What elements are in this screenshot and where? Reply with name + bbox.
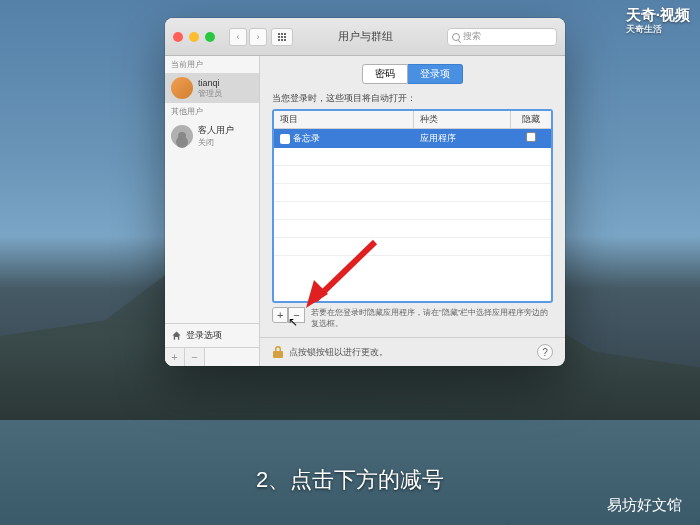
- close-button[interactable]: [173, 32, 183, 42]
- maximize-button[interactable]: [205, 32, 215, 42]
- login-options-button[interactable]: 登录选项: [165, 323, 259, 347]
- search-input[interactable]: 搜索: [447, 28, 557, 46]
- grid-icon: [278, 33, 286, 41]
- forward-button[interactable]: ›: [249, 28, 267, 46]
- main-panel: 密码 登录项 当您登录时，这些项目将自动打开： 项目 种类 隐藏 备忘录 应用程…: [260, 56, 565, 337]
- traffic-lights: [173, 32, 215, 42]
- show-all-button[interactable]: [271, 28, 293, 46]
- login-items-table[interactable]: 项目 种类 隐藏 备忘录 应用程序: [272, 109, 553, 303]
- sidebar-user-guest[interactable]: 客人用户 关闭: [165, 120, 259, 152]
- users-sidebar: 当前用户 tianqi 管理员 其他用户 客人用户 关闭 登录选项: [165, 56, 260, 366]
- tabs: 密码 登录项: [272, 64, 553, 84]
- add-user-button[interactable]: +: [165, 348, 185, 366]
- subtitle-caption: 2、点击下方的减号: [256, 465, 444, 495]
- column-kind: 种类: [414, 111, 511, 128]
- remove-item-button[interactable]: −: [288, 307, 304, 323]
- lock-row: 点按锁按钮以进行更改。 ?: [260, 337, 565, 366]
- back-button[interactable]: ‹: [229, 28, 247, 46]
- column-hide: 隐藏: [511, 111, 551, 128]
- minimize-button[interactable]: [189, 32, 199, 42]
- avatar: [171, 125, 193, 147]
- window-titlebar: ‹ › 用户与群组 搜索: [165, 18, 565, 56]
- tab-login-items[interactable]: 登录项: [408, 64, 463, 84]
- remove-user-button[interactable]: −: [185, 348, 205, 366]
- search-icon: [452, 33, 460, 41]
- system-preferences-window: ‹ › 用户与群组 搜索 当前用户 tianqi 管理员 其他用户: [165, 18, 565, 366]
- watermark-bottom-right: 易坊好文馆: [607, 496, 682, 515]
- current-user-section: 当前用户: [165, 56, 259, 73]
- table-row[interactable]: 备忘录 应用程序: [274, 129, 551, 148]
- column-item: 项目: [274, 111, 414, 128]
- help-button[interactable]: ?: [537, 344, 553, 360]
- watermark-top-right: 天奇·视频 天奇生活: [626, 6, 690, 36]
- home-icon: [171, 330, 182, 341]
- window-title: 用户与群组: [338, 29, 393, 44]
- lock-icon[interactable]: [272, 345, 284, 359]
- avatar: [171, 77, 193, 99]
- app-icon: [280, 134, 290, 144]
- hint-text: 若要在您登录时隐藏应用程序，请在"隐藏"栏中选择应用程序旁边的复选框。: [311, 307, 553, 329]
- tab-password[interactable]: 密码: [362, 64, 408, 84]
- sidebar-user-current[interactable]: tianqi 管理员: [165, 73, 259, 103]
- description-text: 当您登录时，这些项目将自动打开：: [272, 92, 553, 105]
- other-user-section: 其他用户: [165, 103, 259, 120]
- add-item-button[interactable]: +: [272, 307, 288, 323]
- hide-checkbox[interactable]: [526, 132, 536, 142]
